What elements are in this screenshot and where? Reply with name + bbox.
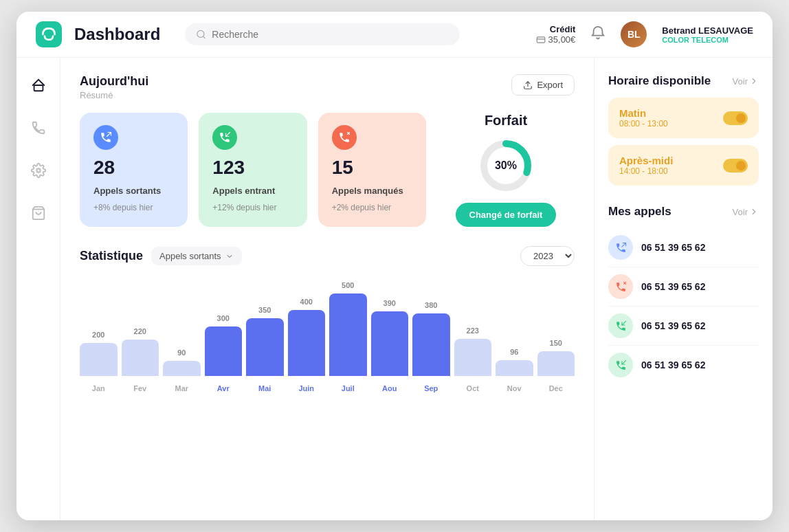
today-title: Aujourd'hui xyxy=(80,74,148,89)
bar[interactable] xyxy=(371,311,409,376)
credit-section: Crédit 35,00€ xyxy=(536,24,576,45)
notification-bell[interactable] xyxy=(590,25,605,44)
bar-col-nov: 96 Nov xyxy=(496,348,533,392)
svg-rect-2 xyxy=(537,36,545,42)
bar-col-juil: 500 Juil xyxy=(329,281,367,392)
year-select[interactable]: 2023 xyxy=(520,246,575,266)
forfait-button[interactable]: Changé de forfait xyxy=(456,203,557,227)
chart-filter-dropdown[interactable]: Appels sortants xyxy=(151,247,242,265)
sidebar-item-calls[interactable] xyxy=(25,114,52,142)
sidebar-item-cart[interactable] xyxy=(25,199,52,227)
export-icon xyxy=(523,80,533,90)
bar-col-avr: 300 Avr xyxy=(205,314,243,392)
bar[interactable] xyxy=(288,310,326,376)
chevron-right-icon2 xyxy=(749,207,759,217)
stat-change-outgoing: +8% depuis hier xyxy=(93,203,174,212)
chevron-right-icon xyxy=(749,76,759,86)
export-button[interactable]: Export xyxy=(511,74,575,96)
horaire-apres-toggle[interactable] xyxy=(723,159,748,173)
bar-col-fev: 220 Fev xyxy=(122,327,159,392)
sidebar-item-settings[interactable] xyxy=(25,157,52,184)
forfait-percent: 30% xyxy=(495,159,517,172)
body: Aujourd'hui Résumé Export 28 Appels sort… xyxy=(16,58,773,520)
horaire-matin-info: Matin 08:00 - 13:00 xyxy=(619,107,668,129)
chevron-down-icon xyxy=(225,252,234,261)
call-type-icon xyxy=(608,274,633,299)
bar[interactable] xyxy=(496,360,533,376)
bar-value: 90 xyxy=(177,348,186,357)
horaire-card-matin: Matin 08:00 - 13:00 xyxy=(608,98,759,138)
credit-label: Crédit xyxy=(550,24,576,34)
bar-col-mai: 350 Mai xyxy=(246,306,284,392)
bar[interactable] xyxy=(163,361,201,376)
user-company: COLOR TELECOM xyxy=(662,36,753,44)
today-info: Aujourd'hui Résumé xyxy=(80,74,148,100)
mes-appels-voir[interactable]: Voir xyxy=(733,207,759,217)
bar-col-dec: 150 Dec xyxy=(537,339,575,392)
stat-card-incoming: 123 Appels entrant +12% depuis hier xyxy=(199,113,307,227)
sidebar xyxy=(16,58,60,520)
bar[interactable] xyxy=(454,339,492,376)
bar[interactable] xyxy=(246,318,284,376)
call-item[interactable]: 06 51 39 65 62 xyxy=(608,346,759,384)
mes-appels-header: Mes appels Voir xyxy=(608,205,759,219)
bar-label: Juil xyxy=(342,384,355,392)
export-label: Export xyxy=(537,80,563,90)
mes-appels-title: Mes appels xyxy=(608,205,671,219)
bar-label: Fev xyxy=(133,384,146,392)
bar-label: Sep xyxy=(424,384,438,392)
bar-col-jan: 200 Jan xyxy=(80,331,118,392)
call-number: 06 51 39 65 62 xyxy=(641,281,705,292)
avatar: BL xyxy=(621,21,647,47)
call-number: 06 51 39 65 62 xyxy=(641,359,705,370)
horaire-matin-time: 08:00 - 13:00 xyxy=(619,119,668,129)
bar-label: Mar xyxy=(175,384,188,392)
stat-icon-outgoing xyxy=(93,125,118,150)
bar[interactable] xyxy=(205,326,243,376)
call-item[interactable]: 06 51 39 65 62 xyxy=(608,228,759,267)
logo xyxy=(36,21,62,47)
bar-col-aou: 390 Aou xyxy=(371,299,409,392)
horaire-title: Horaire disponible xyxy=(608,74,711,88)
search-bar[interactable] xyxy=(185,23,460,45)
phone-in-icon xyxy=(219,131,231,144)
sidebar-item-home[interactable] xyxy=(25,71,52,99)
bar-label: Avr xyxy=(217,384,230,392)
bar-value: 380 xyxy=(425,301,437,309)
call-type-icon xyxy=(608,313,633,338)
home-icon xyxy=(31,78,46,93)
bar[interactable] xyxy=(329,293,367,376)
horaire-voir[interactable]: Voir xyxy=(733,76,759,87)
bar[interactable] xyxy=(122,340,159,376)
chart-title: Statistique xyxy=(80,249,143,263)
bar[interactable] xyxy=(80,343,118,376)
bar-label: Dec xyxy=(549,384,563,392)
header: Dashboard Crédit 35,00€ BL Betrand LESAU… xyxy=(16,12,773,58)
call-type-icon xyxy=(608,235,633,260)
gear-icon xyxy=(31,163,46,178)
stat-label-outgoing: Appels sortants xyxy=(93,186,174,196)
bar-label: Jan xyxy=(92,384,105,392)
bar[interactable] xyxy=(412,313,450,376)
horaire-matin-toggle[interactable] xyxy=(723,111,748,125)
horaire-apres-name: Après-midi xyxy=(619,155,673,166)
search-input[interactable] xyxy=(212,29,449,40)
call-item[interactable]: 06 51 39 65 62 xyxy=(608,267,759,307)
stat-icon-missed xyxy=(332,125,357,150)
horaire-apres-time: 14:00 - 18:00 xyxy=(619,166,673,176)
search-icon xyxy=(196,29,206,40)
call-item[interactable]: 06 51 39 65 62 xyxy=(608,307,759,346)
horaire-card-apres: Après-midi 14:00 - 18:00 xyxy=(608,145,759,186)
stat-number-incoming: 123 xyxy=(212,157,293,179)
bar-col-sep: 380 Sep xyxy=(412,301,450,392)
bell-icon xyxy=(590,25,605,41)
horaire-matin-name: Matin xyxy=(619,107,668,119)
credit-amount: 35,00€ xyxy=(536,34,576,45)
bar[interactable] xyxy=(537,351,575,376)
user-name: Betrand LESAUVAGE xyxy=(662,25,753,36)
bar-col-mar: 90 Mar xyxy=(163,348,201,392)
bar-label: Nov xyxy=(507,384,522,392)
call-number: 06 51 39 65 62 xyxy=(641,320,705,331)
phone-missed-icon xyxy=(338,131,351,144)
stat-label-incoming: Appels entrant xyxy=(212,186,293,196)
